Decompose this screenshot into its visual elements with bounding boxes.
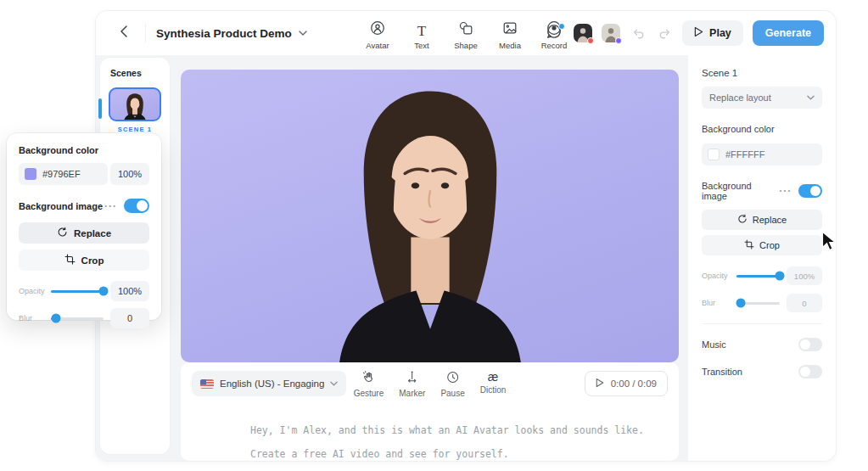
script-editor[interactable]: Hey, I'm Alex, and this is what an AI Av… bbox=[250, 418, 666, 466]
scene-thumbnail[interactable] bbox=[109, 87, 161, 121]
play-button[interactable]: Play bbox=[682, 20, 743, 46]
pause-label: Pause bbox=[440, 389, 464, 398]
opacity-value[interactable]: 100% bbox=[110, 281, 149, 301]
avatar-tool-label: Avatar bbox=[366, 41, 389, 50]
background-image-label: Background image bbox=[702, 181, 779, 201]
section-divider bbox=[702, 323, 822, 324]
workspace: Scenes SCENE 1 bbox=[96, 55, 687, 461]
media-tool-button[interactable]: Media bbox=[495, 20, 525, 50]
scene-inspector: Scene 1 Replace layout Background color … bbox=[687, 55, 836, 461]
opacity-value[interactable]: 100% bbox=[787, 266, 822, 285]
notification-dot bbox=[558, 23, 565, 30]
opacity-label: Opacity bbox=[702, 272, 730, 280]
collaborator-avatar-2[interactable] bbox=[602, 24, 620, 42]
marker-icon bbox=[405, 370, 419, 388]
background-image-toggle[interactable] bbox=[798, 184, 822, 198]
scenes-panel-title: Scenes bbox=[100, 58, 170, 78]
blur-value[interactable]: 0 bbox=[110, 308, 149, 328]
opacity-slider-knob[interactable] bbox=[99, 287, 109, 296]
replace-layout-select[interactable]: Replace layout bbox=[702, 87, 822, 109]
blur-slider-knob[interactable] bbox=[51, 314, 60, 323]
pause-button[interactable]: Pause bbox=[440, 370, 464, 398]
presence-dot-purple bbox=[615, 37, 622, 44]
project-title: Synthesia Product Demo bbox=[156, 27, 292, 40]
blur-slider-knob[interactable] bbox=[736, 299, 745, 308]
script-line-1: Hey, I'm Alex, and this is what an AI Av… bbox=[250, 418, 666, 442]
redo-button[interactable] bbox=[656, 25, 673, 42]
pause-clock-icon bbox=[445, 370, 460, 388]
inspector-title: Scene 1 bbox=[702, 68, 822, 78]
play-button-label: Play bbox=[709, 27, 731, 39]
color-hex-value: #FFFFFF bbox=[725, 149, 764, 160]
media-tool-label: Media bbox=[499, 41, 521, 50]
opacity-slider[interactable] bbox=[736, 275, 780, 278]
color-swatch-purple bbox=[25, 168, 36, 180]
text-tool-label: Text bbox=[414, 41, 428, 50]
crop-button-label: Crop bbox=[81, 255, 104, 266]
gesture-button[interactable]: Gesture bbox=[354, 370, 384, 398]
chevron-down-icon bbox=[299, 31, 307, 36]
chevron-down-icon bbox=[330, 381, 338, 386]
music-label: Music bbox=[702, 339, 726, 350]
diction-label: Diction bbox=[480, 385, 507, 395]
replace-button-label: Replace bbox=[74, 228, 111, 238]
active-scene-indicator bbox=[98, 98, 102, 119]
script-line-2: Create a free AI video and see for yours… bbox=[250, 442, 666, 466]
shape-tool-icon bbox=[458, 20, 473, 39]
presence-dot-red bbox=[587, 37, 594, 44]
chevron-left-icon bbox=[120, 25, 127, 41]
ellipsis-menu-button[interactable]: ··· bbox=[104, 202, 117, 210]
back-button[interactable] bbox=[113, 22, 135, 44]
background-image-toggle[interactable] bbox=[124, 199, 149, 213]
marker-button[interactable]: Marker bbox=[399, 370, 425, 398]
media-tool-icon bbox=[502, 20, 518, 39]
scene-label: SCENE 1 bbox=[100, 126, 170, 133]
redo-icon bbox=[658, 26, 672, 41]
replace-icon bbox=[57, 226, 68, 241]
replace-image-button[interactable]: Replace bbox=[702, 210, 822, 230]
color-opacity-input[interactable]: 100% bbox=[110, 163, 149, 185]
crop-image-button[interactable]: Crop bbox=[19, 250, 149, 271]
video-canvas[interactable] bbox=[181, 70, 679, 362]
play-icon bbox=[596, 376, 604, 391]
opacity-slider[interactable] bbox=[51, 290, 104, 293]
music-toggle[interactable] bbox=[798, 338, 822, 351]
project-title-button[interactable]: Synthesia Product Demo bbox=[156, 27, 307, 40]
generate-button-label: Generate bbox=[765, 27, 811, 39]
crop-icon bbox=[64, 253, 76, 268]
background-image-label: Background image bbox=[19, 201, 103, 211]
background-color-input[interactable]: #9796EF bbox=[19, 163, 108, 185]
avatar-tool-button[interactable]: Avatar bbox=[362, 20, 393, 50]
replace-image-button[interactable]: Replace bbox=[19, 222, 149, 244]
blur-label: Blur bbox=[19, 314, 44, 322]
color-hex-value: #9796EF bbox=[42, 169, 81, 179]
blur-slider[interactable] bbox=[51, 317, 104, 320]
script-panel: English (US) - Engaging Gesture bbox=[181, 362, 679, 461]
chevron-down-icon bbox=[807, 95, 815, 100]
blur-label: Blur bbox=[702, 299, 730, 307]
opacity-label: Opacity bbox=[19, 287, 44, 295]
background-color-label: Background color bbox=[702, 124, 822, 134]
opacity-slider-knob[interactable] bbox=[776, 272, 785, 281]
avatar-image[interactable] bbox=[299, 76, 562, 362]
undo-button[interactable] bbox=[630, 25, 647, 42]
generate-button[interactable]: Generate bbox=[753, 20, 824, 46]
transition-toggle[interactable] bbox=[798, 365, 822, 378]
background-color-input[interactable]: #FFFFFF bbox=[702, 143, 822, 165]
language-select[interactable]: English (US) - Engaging bbox=[192, 371, 346, 396]
time-label: 0:00 / 0:09 bbox=[611, 378, 657, 389]
preview-time-button[interactable]: 0:00 / 0:09 bbox=[585, 371, 668, 396]
replace-icon bbox=[737, 212, 748, 227]
comments-button[interactable] bbox=[544, 23, 564, 43]
shape-tool-button[interactable]: Shape bbox=[451, 20, 481, 50]
blur-slider[interactable] bbox=[736, 302, 780, 305]
blur-value[interactable]: 0 bbox=[787, 294, 822, 312]
transition-label: Transition bbox=[702, 367, 742, 377]
scene-thumbnail-avatar bbox=[110, 91, 160, 121]
text-tool-button[interactable]: T Text bbox=[406, 24, 437, 50]
ellipsis-menu-button[interactable]: ··· bbox=[779, 187, 792, 195]
undo-icon bbox=[631, 26, 646, 41]
diction-button[interactable]: æ Diction bbox=[480, 370, 507, 398]
crop-image-button[interactable]: Crop bbox=[702, 235, 822, 255]
collaborator-avatar-1[interactable] bbox=[574, 24, 592, 42]
